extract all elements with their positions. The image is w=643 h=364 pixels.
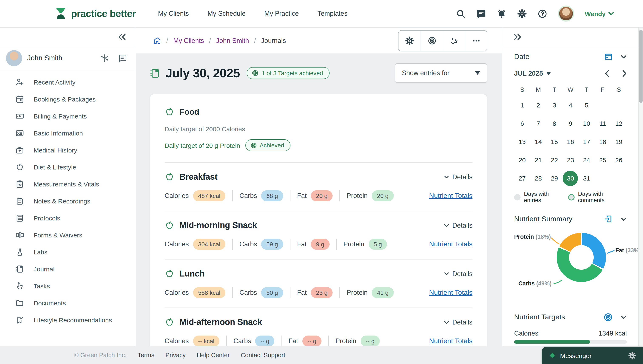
- messenger-settings-gear-icon[interactable]: [628, 352, 636, 360]
- calendar-day[interactable]: 12: [611, 114, 627, 132]
- user-avatar[interactable]: [558, 6, 574, 22]
- calendar-day[interactable]: 4: [562, 96, 579, 114]
- nav-my-practice[interactable]: My Practice: [264, 10, 299, 18]
- nutrient-totals-link[interactable]: Nutrient Totals: [429, 289, 473, 296]
- sidebar-item-journal[interactable]: Journal: [0, 260, 136, 277]
- user-menu[interactable]: Wendy: [585, 10, 614, 17]
- calendar-day[interactable]: 19: [611, 132, 627, 151]
- client-connections-icon[interactable]: [100, 53, 109, 63]
- practice-better-logo[interactable]: practicebetter: [55, 7, 136, 20]
- calendar-day[interactable]: 5: [579, 96, 595, 114]
- calendar-day[interactable]: 25: [595, 151, 611, 169]
- calendar-day[interactable]: 1: [514, 96, 530, 114]
- expand-panel-icon[interactable]: [513, 33, 522, 40]
- sidebar-item-billing-payments[interactable]: Billing & Payments: [0, 108, 136, 124]
- calendar-day[interactable]: 2: [530, 96, 546, 114]
- nutrient-totals-link[interactable]: Nutrient Totals: [429, 240, 473, 248]
- breadcrumb-my-clients[interactable]: My Clients: [173, 37, 204, 44]
- sidebar-item-medical-history[interactable]: Medical History: [0, 142, 136, 158]
- sidebar-item-documents[interactable]: Documents: [0, 294, 136, 311]
- insights-sparkles-icon[interactable]: [443, 30, 465, 51]
- calendar-day[interactable]: 14: [530, 132, 546, 151]
- calendar-day[interactable]: 7: [530, 114, 546, 132]
- calendar-day[interactable]: 24: [579, 151, 595, 169]
- calendar-day[interactable]: 20: [514, 151, 530, 169]
- details-toggle[interactable]: Details: [444, 270, 473, 278]
- sidebar-item-lifestyle-recommendations[interactable]: Lifestyle Recommendations: [0, 311, 136, 328]
- nav-my-schedule[interactable]: My Schedule: [207, 10, 246, 18]
- details-toggle[interactable]: Details: [444, 318, 473, 326]
- chevron-down-icon[interactable]: [620, 54, 627, 59]
- chevron-down-icon[interactable]: [620, 217, 627, 221]
- sidebar-item-bookings-packages[interactable]: Bookings & Packages: [0, 90, 136, 108]
- calendar-day[interactable]: 28: [530, 169, 546, 187]
- search-icon[interactable]: [456, 9, 466, 18]
- meal-stats: Calories304 kcal Carbs59 g Fat9 g Protei…: [165, 239, 473, 259]
- settings-gear-icon[interactable]: [517, 9, 527, 18]
- nav-my-clients[interactable]: My Clients: [158, 10, 189, 18]
- calendar-day[interactable]: 23: [562, 151, 579, 169]
- sidebar-item-forms-waivers[interactable]: Forms & Waivers: [0, 226, 136, 243]
- next-month-icon[interactable]: [622, 70, 627, 77]
- export-icon[interactable]: [604, 214, 613, 224]
- footer-terms-link[interactable]: Terms: [138, 352, 154, 358]
- calendar-day[interactable]: 6: [514, 114, 530, 132]
- calendar-day[interactable]: 9: [562, 114, 579, 132]
- client-chat-icon[interactable]: [118, 53, 127, 63]
- calendar-day[interactable]: 10: [579, 114, 595, 132]
- online-status-dot: [550, 354, 555, 358]
- sidebar-item-protocols[interactable]: Protocols: [0, 210, 136, 226]
- calendar-day[interactable]: 27: [514, 169, 530, 187]
- footer-privacy-link[interactable]: Privacy: [165, 352, 186, 358]
- notifications-bell-icon[interactable]: [497, 9, 507, 18]
- calendar-day[interactable]: 8: [546, 114, 562, 132]
- details-toggle[interactable]: Details: [444, 173, 473, 181]
- breadcrumb-john-smith[interactable]: John Smith: [216, 37, 249, 44]
- month-selector[interactable]: JUL 2025: [514, 70, 551, 77]
- more-options-ellipsis-icon[interactable]: [465, 30, 487, 51]
- calendar-day[interactable]: 17: [579, 132, 595, 151]
- targets-bullseye-icon[interactable]: [420, 30, 443, 51]
- sidebar-item-tasks[interactable]: Tasks: [0, 277, 136, 294]
- calendar-day[interactable]: 16: [562, 132, 579, 151]
- calendar-day[interactable]: 3: [546, 96, 562, 114]
- scrollbar-thumb[interactable]: [639, 30, 642, 103]
- apple-icon: [165, 220, 174, 230]
- sidebar-item-diet-lifestyle[interactable]: Diet & Lifestyle: [0, 158, 136, 176]
- client-avatar[interactable]: [6, 50, 22, 66]
- bullseye-icon[interactable]: [603, 312, 613, 322]
- calendar-day[interactable]: 18: [595, 132, 611, 151]
- separator: [340, 287, 340, 298]
- calendar-day[interactable]: 13: [514, 132, 530, 151]
- help-icon[interactable]: [538, 9, 547, 18]
- calendar-day[interactable]: 26: [611, 151, 627, 169]
- prev-month-icon[interactable]: [605, 70, 609, 77]
- calendar-day[interactable]: 11: [595, 114, 611, 132]
- sidebar-item-labs[interactable]: Labs: [0, 243, 136, 260]
- messenger-widget[interactable]: Messenger: [542, 347, 643, 364]
- collapse-sidebar-icon[interactable]: [118, 33, 126, 40]
- nutrient-totals-link[interactable]: Nutrient Totals: [429, 337, 473, 345]
- sidebar-item-notes-recordings[interactable]: Notes & Recordings: [0, 192, 136, 210]
- calendar-day[interactable]: 21: [530, 151, 546, 169]
- details-toggle[interactable]: Details: [444, 222, 473, 229]
- footer-contact-support-link[interactable]: Contact Support: [241, 352, 285, 358]
- list-icon: [15, 214, 24, 222]
- calendar-day[interactable]: 15: [546, 132, 562, 151]
- calendar-icon[interactable]: [604, 52, 613, 61]
- messages-icon[interactable]: [476, 9, 486, 18]
- sidebar-item-measurements-vitals[interactable]: Measurements & Vitals: [0, 176, 136, 192]
- sidebar-item-recent-activity[interactable]: Recent Activity: [0, 74, 136, 90]
- calendar-day-selected[interactable]: 30: [562, 169, 579, 187]
- calendar-day[interactable]: 31: [579, 169, 595, 187]
- journal-settings-gear-icon[interactable]: [398, 30, 420, 51]
- show-entries-select[interactable]: Show entries for: [395, 63, 487, 83]
- home-icon[interactable]: [153, 36, 161, 44]
- sidebar-item-basic-information[interactable]: Basic Information: [0, 124, 136, 142]
- chevron-down-icon[interactable]: [620, 315, 627, 320]
- nutrient-totals-link[interactable]: Nutrient Totals: [429, 192, 473, 200]
- nav-templates[interactable]: Templates: [317, 10, 347, 18]
- calendar-day[interactable]: 22: [546, 151, 562, 169]
- footer-help-center-link[interactable]: Help Center: [197, 352, 230, 358]
- calendar-day[interactable]: 29: [546, 169, 562, 187]
